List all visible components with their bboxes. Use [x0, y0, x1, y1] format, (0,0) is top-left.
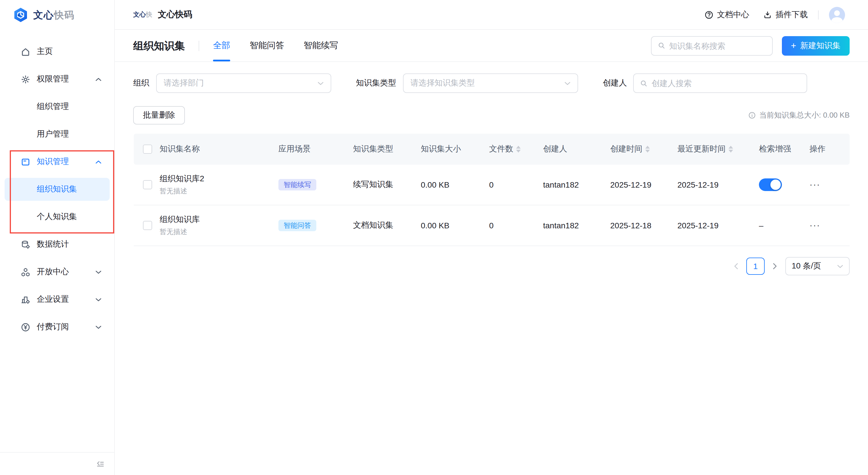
chevron-down-icon	[95, 270, 102, 274]
creator-cell: tantan182	[543, 221, 610, 230]
col-header-type: 知识集类型	[353, 144, 421, 154]
type-cell: 文档知识集	[353, 220, 421, 231]
topbar: 文心快 文心快码 文档中心 插件下载	[115, 0, 868, 30]
chevron-up-icon	[95, 77, 102, 81]
sidebar-item-open-center[interactable]: 开放中心	[0, 261, 114, 283]
col-header-size: 知识集大小	[421, 144, 489, 154]
chevron-down-icon	[317, 81, 324, 85]
comate-logo-icon	[12, 7, 29, 23]
user-avatar[interactable]	[829, 7, 845, 23]
col-header-creator: 创建人	[543, 144, 610, 154]
sidebar-item-data-statistics[interactable]: 数据统计	[0, 233, 114, 256]
next-page-icon[interactable]	[773, 263, 777, 270]
divider	[818, 10, 818, 19]
retrieval-off-dash: –	[759, 221, 764, 230]
col-header-retrieval: 检索增强	[759, 144, 809, 154]
pagination: 1 10 条/页	[115, 257, 868, 275]
col-header-files: 文件数	[489, 144, 543, 154]
divider	[198, 40, 199, 51]
type-select[interactable]: 请选择知识集类型	[403, 73, 578, 93]
chevron-down-icon	[837, 264, 843, 268]
gear-icon	[21, 74, 30, 84]
sidebar-item-permission[interactable]: 权限管理	[0, 68, 114, 91]
tab-smart-continue[interactable]: 智能续写	[304, 30, 338, 61]
sidebar-item-home[interactable]: 主页	[0, 40, 114, 63]
row-checkbox[interactable]	[143, 221, 152, 230]
page-number-1[interactable]: 1	[746, 258, 765, 275]
sidebar-item-user-management[interactable]: 用户管理	[0, 123, 114, 146]
tab-all[interactable]: 全部	[213, 30, 230, 61]
creator-cell: tantan182	[543, 180, 610, 189]
org-filter-label: 组织	[133, 78, 149, 88]
plus-icon: +	[791, 41, 796, 50]
sidebar: 文心快码 主页 权限管理 组织管理	[0, 0, 115, 475]
plugin-download-link[interactable]: 插件下载	[763, 9, 808, 20]
page-size-select[interactable]: 10 条/页	[785, 257, 849, 275]
enterprise-icon	[21, 295, 30, 304]
files-cell: 0	[489, 180, 543, 189]
header-actions: + 新建知识集	[651, 36, 849, 55]
tab-smart-qa[interactable]: 智能问答	[250, 30, 284, 61]
total-size-info: 当前知识集总大小: 0.00 KB	[748, 110, 849, 121]
download-icon	[763, 10, 772, 19]
chevron-up-icon	[95, 160, 102, 164]
table-row: 组织知识库 暂无描述 智能问答 文档知识集 0.00 KB 0 tantan18…	[134, 205, 849, 246]
scene-badge: 智能续写	[278, 179, 316, 191]
mini-brand-mark: 文心快	[133, 10, 152, 19]
create-knowledge-set-button[interactable]: + 新建知识集	[782, 36, 849, 55]
scene-tabs: 全部 智能问答 智能续写	[213, 30, 338, 61]
main-area: 文心快 文心快码 文档中心 插件下载 组织知识集 全部 智能	[115, 0, 868, 475]
sidebar-nav: 主页 权限管理 组织管理 用户管理 知识管	[0, 40, 114, 343]
knowledge-set-desc: 暂无描述	[160, 186, 205, 196]
sidebar-item-personal-knowledge-sets[interactable]: 个人知识集	[0, 205, 114, 228]
sidebar-item-knowledge-management[interactable]: 知识管理	[0, 150, 114, 173]
row-checkbox[interactable]	[143, 180, 152, 189]
creator-search-input[interactable]	[652, 78, 801, 88]
created-cell: 2025-12-18	[610, 221, 677, 230]
sidebar-item-paid-subscription[interactable]: 付费订阅	[0, 315, 114, 338]
sort-icon[interactable]	[728, 146, 733, 152]
hexagons-icon	[21, 267, 30, 277]
chevron-down-icon	[95, 325, 102, 329]
knowledge-set-name[interactable]: 组织知识库2	[160, 173, 205, 184]
topbar-actions: 文档中心 插件下载	[704, 7, 845, 23]
table-header-row: 知识集名称 应用场景 知识集类型 知识集大小 文件数 创建人 创建时间 最近更新…	[134, 134, 849, 165]
knowledge-set-name[interactable]: 组织知识库	[160, 214, 200, 225]
filter-bar: 组织 请选择部门 知识集类型 请选择知识集类型 创建人	[115, 73, 868, 93]
collapse-sidebar-icon[interactable]	[95, 459, 105, 469]
search-icon	[640, 79, 648, 88]
select-all-checkbox[interactable]	[143, 144, 152, 154]
col-header-updated: 最近更新时间	[677, 144, 759, 154]
retrieval-toggle-on[interactable]	[759, 178, 782, 191]
creator-search[interactable]	[633, 73, 807, 93]
more-actions-icon[interactable]: ···	[809, 180, 820, 189]
knowledge-set-search[interactable]	[651, 36, 772, 55]
size-cell: 0.00 KB	[421, 221, 489, 230]
sort-icon[interactable]	[516, 146, 521, 152]
sidebar-item-org-knowledge-sets[interactable]: 组织知识集	[5, 178, 110, 201]
sidebar-item-enterprise-settings[interactable]: 企业设置	[0, 288, 114, 311]
org-select[interactable]: 请选择部门	[156, 73, 331, 93]
brand-logo: 文心快码	[0, 0, 114, 30]
table-row: 组织知识库2 暂无描述 智能续写 续写知识集 0.00 KB 0 tantan1…	[134, 165, 849, 205]
sort-icon[interactable]	[645, 146, 650, 152]
search-icon	[657, 41, 665, 50]
prev-page-icon[interactable]	[734, 263, 738, 270]
topbar-title: 文心快码	[158, 9, 192, 20]
type-cell: 续写知识集	[353, 179, 421, 190]
creator-filter-label: 创建人	[603, 78, 627, 88]
yuan-icon	[21, 322, 30, 332]
sidebar-footer	[0, 452, 114, 475]
batch-delete-button[interactable]: 批量删除	[133, 106, 185, 125]
search-input[interactable]	[669, 41, 766, 50]
sidebar-item-org-management[interactable]: 组织管理	[0, 95, 114, 118]
created-cell: 2025-12-19	[610, 180, 677, 189]
doc-center-link[interactable]: 文档中心	[704, 9, 749, 20]
updated-cell: 2025-12-19	[677, 180, 759, 189]
more-actions-icon[interactable]: ···	[809, 221, 820, 230]
page-title: 组织知识集	[133, 39, 185, 53]
col-header-created: 创建时间	[610, 144, 677, 154]
chevron-down-icon	[564, 81, 570, 85]
col-header-name: 知识集名称	[160, 144, 278, 154]
brand-wordmark: 文心快码	[33, 8, 74, 22]
